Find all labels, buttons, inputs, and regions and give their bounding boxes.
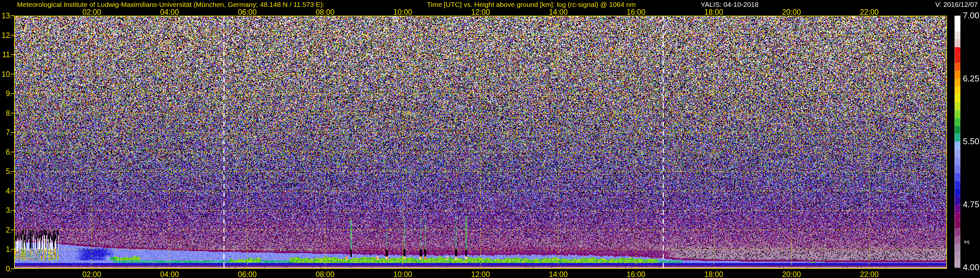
x-axis-label: 22:00 — [850, 270, 889, 278]
y-axis-label: 11. — [0, 51, 12, 59]
y-axis-label: 1. — [0, 245, 12, 253]
y-axis-label: 8. — [0, 109, 12, 117]
x-axis-label: 10:00 — [383, 270, 422, 278]
colorbar-label: 7.00 — [960, 11, 979, 20]
x-axis-label: 16:00 — [616, 8, 655, 16]
lidar-heatmap-canvas — [0, 0, 980, 278]
x-axis-label: 04:00 — [150, 8, 189, 16]
y-axis-label: 6. — [0, 148, 12, 156]
y-axis-label: 13. — [0, 12, 12, 20]
y-axis-label: 3. — [0, 206, 12, 214]
x-axis-label: 06:00 — [228, 270, 267, 278]
x-axis-label: 16:00 — [616, 270, 655, 278]
y-axis-label: 9. — [0, 89, 12, 97]
colorbar-label: 4.75 — [960, 200, 979, 209]
x-axis-label: 20:00 — [772, 270, 811, 278]
colorbar-label: 6.25 — [960, 74, 979, 83]
x-axis-label: 12:00 — [461, 270, 500, 278]
x-axis-label: 02:00 — [72, 270, 111, 278]
plot-title: Time [UTC] vs. Height above ground [km]:… — [427, 1, 636, 8]
y-axis-label: 10. — [0, 70, 12, 78]
colorbar-side-note: eq — [964, 239, 970, 244]
x-axis-label: 12:00 — [461, 8, 500, 16]
x-axis-label: 20:00 — [772, 8, 811, 16]
x-axis-label: 22:00 — [850, 8, 889, 16]
station-date: YALIS: 04-10-2018 — [701, 1, 759, 8]
x-axis-label: 18:00 — [694, 270, 733, 278]
y-axis-label: 12. — [0, 31, 12, 39]
colorbar-label: 5.50 — [960, 137, 979, 146]
x-axis-label: 08:00 — [305, 8, 345, 16]
x-axis-label: 18:00 — [694, 8, 733, 16]
y-axis-label: 2. — [0, 226, 12, 234]
x-axis-label: 14:00 — [539, 8, 578, 16]
x-axis-label: 10:00 — [383, 8, 422, 16]
x-axis-label: 02:00 — [72, 8, 111, 16]
colorbar-label: 4.00 — [960, 263, 979, 272]
x-axis-label: 14:00 — [539, 270, 578, 278]
y-axis-label: 0. — [0, 265, 12, 273]
x-axis-label: 04:00 — [150, 270, 189, 278]
institute-title: Meteorological Institute of Ludwig-Maxim… — [17, 1, 325, 8]
lidar-quicklook: Meteorological Institute of Ludwig-Maxim… — [0, 0, 980, 278]
y-axis-label: 7. — [0, 129, 12, 136]
x-axis-label: 08:00 — [305, 270, 345, 278]
y-axis-label: 4. — [0, 187, 12, 195]
version-label: V: 2016/12/07 — [935, 1, 978, 8]
x-axis-label: 06:00 — [228, 8, 267, 16]
y-axis-label: 5. — [0, 168, 12, 175]
